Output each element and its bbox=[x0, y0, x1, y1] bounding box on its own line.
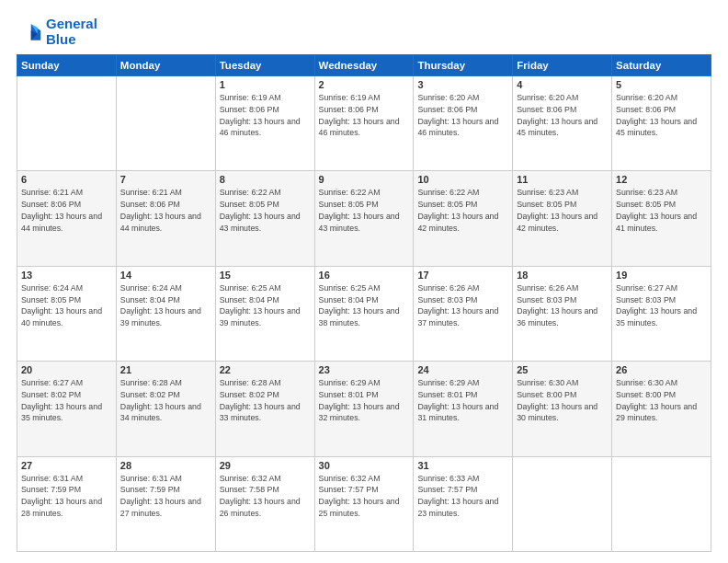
sunset-text: Sunset: 8:03 PM bbox=[517, 295, 576, 304]
sunset-text: Sunset: 8:06 PM bbox=[517, 105, 576, 114]
sunrise-text: Sunrise: 6:30 AM bbox=[517, 378, 578, 387]
day-number: 4 bbox=[517, 79, 608, 90]
daylight-text: Daylight: 13 hours and 23 minutes. bbox=[417, 497, 498, 518]
day-info: Sunrise: 6:23 AMSunset: 8:05 PMDaylight:… bbox=[616, 187, 707, 234]
day-info: Sunrise: 6:28 AMSunset: 8:02 PMDaylight:… bbox=[120, 377, 211, 424]
calendar-day-28: 28Sunrise: 6:31 AMSunset: 7:59 PMDayligh… bbox=[116, 456, 215, 551]
day-number: 2 bbox=[319, 79, 410, 90]
day-info: Sunrise: 6:22 AMSunset: 8:05 PMDaylight:… bbox=[417, 187, 508, 234]
empty-cell bbox=[513, 456, 612, 551]
calendar-header-row: SundayMondayTuesdayWednesdayThursdayFrid… bbox=[17, 55, 711, 76]
daylight-text: Daylight: 13 hours and 35 minutes. bbox=[21, 402, 102, 423]
sunset-text: Sunset: 8:05 PM bbox=[319, 200, 379, 209]
day-info: Sunrise: 6:25 AMSunset: 8:04 PMDaylight:… bbox=[220, 282, 311, 329]
weekday-header-sunday: Sunday bbox=[17, 55, 117, 76]
sunrise-text: Sunrise: 6:25 AM bbox=[220, 283, 281, 293]
day-number: 24 bbox=[417, 364, 508, 375]
day-number: 29 bbox=[220, 460, 311, 471]
day-info: Sunrise: 6:30 AMSunset: 8:00 PMDaylight:… bbox=[616, 377, 707, 424]
day-info: Sunrise: 6:31 AMSunset: 7:59 PMDaylight:… bbox=[120, 473, 211, 520]
sunset-text: Sunset: 7:59 PM bbox=[120, 485, 180, 494]
sunrise-text: Sunrise: 6:20 AM bbox=[417, 93, 479, 102]
weekday-header-thursday: Thursday bbox=[414, 55, 513, 76]
day-info: Sunrise: 6:21 AMSunset: 8:06 PMDaylight:… bbox=[120, 187, 211, 234]
sunrise-text: Sunrise: 6:30 AM bbox=[616, 378, 677, 387]
daylight-text: Daylight: 13 hours and 34 minutes. bbox=[120, 402, 201, 423]
daylight-text: Daylight: 13 hours and 44 minutes. bbox=[21, 212, 102, 233]
calendar-week-row: 27Sunrise: 6:31 AMSunset: 7:59 PMDayligh… bbox=[17, 456, 711, 551]
day-info: Sunrise: 6:20 AMSunset: 8:06 PMDaylight:… bbox=[417, 92, 508, 139]
daylight-text: Daylight: 13 hours and 43 minutes. bbox=[220, 212, 301, 233]
sunrise-text: Sunrise: 6:26 AM bbox=[517, 283, 578, 293]
calendar-day-9: 9Sunrise: 6:22 AMSunset: 8:05 PMDaylight… bbox=[314, 171, 414, 266]
day-number: 30 bbox=[319, 460, 410, 471]
day-info: Sunrise: 6:28 AMSunset: 8:02 PMDaylight:… bbox=[220, 377, 311, 424]
daylight-text: Daylight: 13 hours and 39 minutes. bbox=[220, 306, 301, 327]
daylight-text: Daylight: 13 hours and 31 minutes. bbox=[417, 402, 498, 423]
sunset-text: Sunset: 8:01 PM bbox=[319, 390, 379, 399]
day-info: Sunrise: 6:19 AMSunset: 8:06 PMDaylight:… bbox=[319, 92, 410, 139]
daylight-text: Daylight: 13 hours and 26 minutes. bbox=[220, 497, 301, 518]
calendar-day-23: 23Sunrise: 6:29 AMSunset: 8:01 PMDayligh… bbox=[314, 362, 414, 456]
sunrise-text: Sunrise: 6:21 AM bbox=[21, 188, 83, 197]
day-number: 1 bbox=[220, 79, 311, 90]
daylight-text: Daylight: 13 hours and 42 minutes. bbox=[517, 212, 597, 233]
daylight-text: Daylight: 13 hours and 36 minutes. bbox=[517, 306, 597, 327]
day-number: 6 bbox=[21, 174, 112, 185]
day-number: 15 bbox=[220, 270, 311, 281]
sunrise-text: Sunrise: 6:33 AM bbox=[417, 474, 479, 483]
daylight-text: Daylight: 13 hours and 35 minutes. bbox=[616, 306, 697, 327]
calendar-week-row: 1Sunrise: 6:19 AMSunset: 8:06 PMDaylight… bbox=[17, 76, 711, 171]
calendar-day-2: 2Sunrise: 6:19 AMSunset: 8:06 PMDaylight… bbox=[314, 76, 414, 171]
sunset-text: Sunset: 8:03 PM bbox=[417, 295, 477, 304]
day-info: Sunrise: 6:25 AMSunset: 8:04 PMDaylight:… bbox=[319, 282, 410, 329]
sunrise-text: Sunrise: 6:22 AM bbox=[417, 188, 479, 197]
day-number: 12 bbox=[616, 174, 707, 185]
sunset-text: Sunset: 8:00 PM bbox=[517, 390, 576, 399]
day-number: 23 bbox=[319, 364, 410, 375]
sunrise-text: Sunrise: 6:25 AM bbox=[319, 283, 381, 293]
day-info: Sunrise: 6:20 AMSunset: 8:06 PMDaylight:… bbox=[616, 92, 707, 139]
calendar-day-19: 19Sunrise: 6:27 AMSunset: 8:03 PMDayligh… bbox=[612, 266, 711, 361]
calendar-day-6: 6Sunrise: 6:21 AMSunset: 8:06 PMDaylight… bbox=[17, 171, 117, 266]
day-number: 17 bbox=[417, 270, 508, 281]
header: General Blue bbox=[17, 17, 711, 47]
day-info: Sunrise: 6:24 AMSunset: 8:05 PMDaylight:… bbox=[21, 282, 112, 329]
daylight-text: Daylight: 13 hours and 46 minutes. bbox=[417, 117, 498, 138]
sunset-text: Sunset: 8:00 PM bbox=[616, 390, 676, 399]
day-info: Sunrise: 6:21 AMSunset: 8:06 PMDaylight:… bbox=[21, 187, 112, 234]
day-info: Sunrise: 6:22 AMSunset: 8:05 PMDaylight:… bbox=[220, 187, 311, 234]
daylight-text: Daylight: 13 hours and 42 minutes. bbox=[417, 212, 498, 233]
calendar-day-20: 20Sunrise: 6:27 AMSunset: 8:02 PMDayligh… bbox=[17, 362, 117, 456]
sunset-text: Sunset: 7:59 PM bbox=[21, 485, 81, 494]
day-number: 3 bbox=[417, 79, 508, 90]
calendar-day-15: 15Sunrise: 6:25 AMSunset: 8:04 PMDayligh… bbox=[215, 266, 314, 361]
sunset-text: Sunset: 8:04 PM bbox=[220, 295, 279, 304]
calendar-day-11: 11Sunrise: 6:23 AMSunset: 8:05 PMDayligh… bbox=[513, 171, 612, 266]
day-info: Sunrise: 6:29 AMSunset: 8:01 PMDaylight:… bbox=[319, 377, 410, 424]
sunset-text: Sunset: 8:02 PM bbox=[21, 390, 81, 399]
day-number: 22 bbox=[220, 364, 311, 375]
calendar-table: SundayMondayTuesdayWednesdayThursdayFrid… bbox=[17, 54, 711, 552]
daylight-text: Daylight: 13 hours and 45 minutes. bbox=[517, 117, 597, 138]
day-number: 14 bbox=[120, 270, 211, 281]
day-info: Sunrise: 6:27 AMSunset: 8:03 PMDaylight:… bbox=[616, 282, 707, 329]
calendar-day-16: 16Sunrise: 6:25 AMSunset: 8:04 PMDayligh… bbox=[314, 266, 414, 361]
day-info: Sunrise: 6:32 AMSunset: 7:57 PMDaylight:… bbox=[319, 473, 410, 520]
day-number: 28 bbox=[120, 460, 211, 471]
daylight-text: Daylight: 13 hours and 27 minutes. bbox=[120, 497, 201, 518]
day-info: Sunrise: 6:22 AMSunset: 8:05 PMDaylight:… bbox=[319, 187, 410, 234]
day-info: Sunrise: 6:29 AMSunset: 8:01 PMDaylight:… bbox=[417, 377, 508, 424]
calendar-day-7: 7Sunrise: 6:21 AMSunset: 8:06 PMDaylight… bbox=[116, 171, 215, 266]
sunset-text: Sunset: 8:03 PM bbox=[616, 295, 676, 304]
calendar-day-8: 8Sunrise: 6:22 AMSunset: 8:05 PMDaylight… bbox=[215, 171, 314, 266]
sunrise-text: Sunrise: 6:29 AM bbox=[417, 378, 479, 387]
sunrise-text: Sunrise: 6:19 AM bbox=[319, 93, 381, 102]
sunset-text: Sunset: 7:57 PM bbox=[319, 485, 379, 494]
sunrise-text: Sunrise: 6:24 AM bbox=[21, 283, 83, 293]
weekday-header-monday: Monday bbox=[116, 55, 215, 76]
sunrise-text: Sunrise: 6:20 AM bbox=[517, 93, 578, 102]
sunset-text: Sunset: 8:02 PM bbox=[220, 390, 279, 399]
sunrise-text: Sunrise: 6:23 AM bbox=[616, 188, 677, 197]
sunset-text: Sunset: 8:04 PM bbox=[319, 295, 379, 304]
